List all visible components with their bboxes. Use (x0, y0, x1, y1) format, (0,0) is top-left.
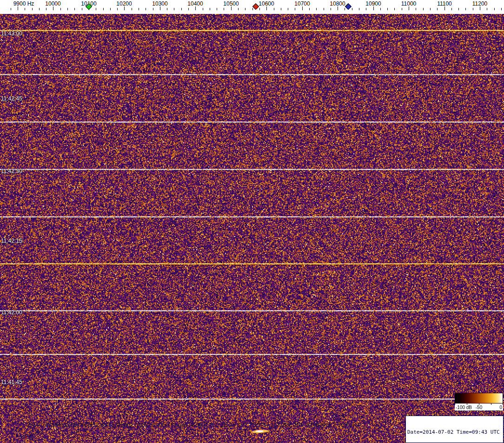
ruler-tick (132, 8, 132, 10)
ruler-tick (32, 8, 33, 10)
ruler-tick (494, 8, 495, 10)
detection-annotation: 20140702094133180 hCnt12 nb-81 f10602 hi… (27, 422, 360, 428)
ruler-tick (352, 8, 352, 10)
colorbar-tick (479, 403, 479, 405)
cursor-annotation: ^t+33 (20, 434, 33, 440)
colorbar: -100 dB -50 0 (455, 393, 503, 410)
ruler-tick (402, 8, 402, 10)
ruler-tick (53, 7, 53, 10)
ruler-tick (487, 8, 487, 10)
spectrogram-window: 9900 Hz100001010010200103001040010500106… (0, 0, 504, 443)
ruler-tick (181, 8, 182, 10)
time-label: 11:42:45 (1, 95, 22, 102)
freq-marker-blue[interactable] (345, 3, 351, 10)
time-label: 11:42:30 (1, 168, 22, 174)
ruler-tick (430, 8, 431, 10)
ruler-tick (139, 8, 139, 10)
frequency-ruler: 9900 Hz100001010010200103001040010500106… (0, 0, 504, 14)
ruler-tick (458, 8, 459, 10)
ruler-tick (96, 8, 96, 10)
ruler-tick (316, 8, 317, 10)
freq-label: 10800 (330, 0, 345, 7)
ruler-tick (25, 8, 25, 10)
ruler-tick (338, 7, 338, 10)
colorbar-tick (491, 403, 491, 405)
ruler-tick (309, 8, 310, 10)
freq-label: 11200 (472, 0, 487, 7)
time-label: 11:43:00 (1, 30, 22, 37)
ruler-tick (451, 8, 452, 10)
time-label: 11:42:00 (1, 309, 22, 316)
ruler-tick (366, 8, 366, 10)
ruler-tick (153, 8, 153, 10)
ruler-tick (231, 7, 232, 10)
ruler-tick (423, 8, 424, 10)
ruler-tick (167, 8, 167, 10)
freq-label: 10700 (294, 0, 310, 7)
ruler-tick (501, 8, 502, 10)
ruler-tick (288, 8, 288, 10)
ruler-tick (387, 8, 388, 10)
ruler-tick (252, 8, 253, 10)
colorbar-max-label: 0 (499, 405, 502, 410)
freq-label: 10900 (365, 0, 381, 7)
ruler-tick (473, 8, 473, 10)
freq-label: 11000 (401, 0, 416, 7)
ruler-tick (217, 8, 217, 10)
ruler-tick (274, 8, 274, 10)
ruler-tick (465, 8, 466, 10)
ruler-tick (39, 8, 40, 10)
freq-label: 11100 (437, 0, 452, 7)
ruler-tick (110, 8, 111, 10)
ruler-tick (416, 8, 416, 10)
ruler-tick (124, 7, 125, 10)
ruler-tick (380, 8, 381, 10)
ruler-tick (302, 7, 303, 10)
ruler-tick (174, 8, 174, 10)
ruler-tick (67, 8, 68, 10)
ruler-tick (224, 8, 224, 10)
freq-label: 10600 (259, 0, 274, 7)
ruler-tick (203, 8, 203, 10)
colorbar-mid-label: -50 (476, 405, 482, 410)
ruler-tick (444, 7, 445, 10)
ruler-tick (74, 8, 75, 10)
ruler-tick (345, 8, 345, 10)
colorbar-labels: -100 dB -50 0 (455, 403, 503, 410)
ruler-tick (103, 8, 104, 10)
ruler-tick (295, 8, 295, 10)
colorbar-tick (455, 403, 455, 405)
ruler-tick (480, 7, 480, 10)
freq-label: 10400 (187, 0, 203, 7)
colorbar-tick (503, 403, 503, 405)
ruler-tick (245, 8, 245, 10)
ruler-tick (266, 7, 267, 10)
ruler-tick (117, 8, 118, 10)
ruler-tick (373, 7, 374, 10)
ruler-tick (60, 8, 61, 10)
ruler-tick (195, 7, 196, 10)
ruler-tick (324, 8, 324, 10)
info-date-time: Date=2014-07-02 Time=09:43 UTC (407, 429, 502, 435)
freq-label: 9900 Hz (13, 0, 34, 7)
colorbar-min-label: -100 dB (456, 405, 472, 410)
observation-info-box: Date=2014-07-02 Time=09:43 UTC Freq=143 … (405, 416, 504, 443)
ruler-tick (238, 8, 239, 10)
ruler-tick (281, 8, 281, 10)
ruler-tick (409, 7, 409, 10)
colorbar-tick (467, 403, 467, 405)
time-label: 11:41:45 (1, 379, 22, 385)
ruler-tick (46, 8, 46, 10)
ruler-tick (82, 8, 82, 10)
freq-label: 10000 (45, 0, 60, 7)
ruler-tick (11, 8, 11, 10)
ruler-tick (210, 8, 210, 10)
ruler-tick (437, 8, 438, 10)
ruler-tick (394, 8, 395, 10)
ruler-tick (331, 8, 331, 10)
ruler-tick (18, 7, 18, 10)
freq-marker-red[interactable] (252, 3, 259, 10)
ruler-tick (188, 8, 189, 10)
freq-label: 10200 (116, 0, 132, 7)
ruler-tick (146, 8, 146, 10)
